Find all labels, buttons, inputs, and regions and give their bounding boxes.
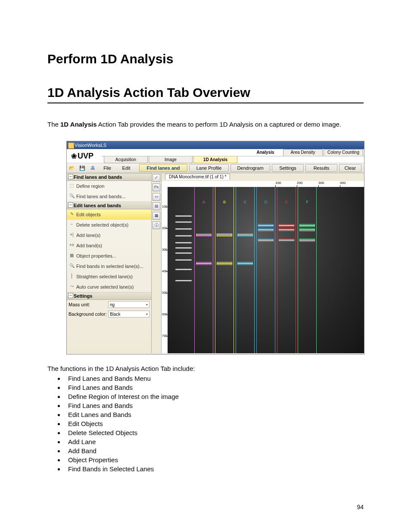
list-item: Find Lanes and Bands	[65, 402, 364, 409]
sidebar-edit-objects[interactable]: ✎Edit objects	[67, 209, 151, 220]
results-button[interactable]: Results	[305, 164, 337, 172]
brand-logo: ❀UVP	[67, 149, 101, 163]
tool-split[interactable]: ▤	[153, 202, 160, 210]
tool-info[interactable]: ⓘ	[153, 221, 160, 229]
sidebar-delete-selected[interactable]: −Delete selected object(s)	[67, 220, 151, 230]
plus-lane-icon: +|	[69, 232, 75, 238]
gel-lane[interactable]: E	[277, 187, 296, 353]
list-item: Define Region of Interest on the image	[65, 393, 364, 400]
image-tab[interactable]: DNA Monochrome.tif (1 of 1) *	[165, 174, 230, 180]
lane-label: F	[306, 200, 308, 204]
straighten-icon: ⎮	[69, 274, 75, 279]
tool-window[interactable]: ▭	[153, 193, 160, 201]
list-item: Edit Objects	[65, 420, 364, 427]
mass-unit-label: Mass unit:	[68, 302, 108, 307]
ruler-tick: 100	[275, 181, 281, 185]
tab-area-density[interactable]: Area Density	[283, 149, 323, 156]
search-icon: 🔍	[69, 193, 75, 199]
intro-bold: 1D Analysis	[60, 121, 97, 128]
ruler-vtick: 500	[162, 291, 167, 294]
brand-icon: ❀	[71, 152, 77, 160]
ruler-tick: 200	[297, 181, 302, 185]
section-find-lanes[interactable]: Find lanes and bands	[67, 173, 151, 181]
list-item: Add Band	[65, 447, 364, 454]
minus-icon: −	[69, 222, 75, 227]
ruler-vtick: 300	[162, 248, 167, 251]
ruler-vtick: 100	[162, 205, 167, 208]
setting-bg-color: Background color: Black	[67, 309, 151, 319]
functions-list: Find Lanes and Bands MenuFind Lanes and …	[65, 375, 364, 473]
list-item: Edit Lanes and Bands	[65, 411, 364, 418]
tab-image[interactable]: Image	[149, 156, 193, 163]
section-edit-lanes[interactable]: Edit lanes and bands	[67, 202, 151, 209]
ruler-horizontal: 100 200 300 400	[162, 181, 364, 187]
setting-mass-unit: Mass unit: ng	[67, 300, 151, 309]
find-lanes-button[interactable]: Find lanes and bands	[139, 164, 187, 172]
bg-color-label: Background color:	[68, 311, 108, 317]
intro-paragraph: The 1D Analysis Action Tab provides the …	[47, 121, 364, 128]
ruler-vtick: 400	[162, 270, 167, 273]
bg-color-select[interactable]: Black	[108, 311, 149, 317]
clear-button[interactable]: Clear	[339, 164, 361, 172]
sidebar-add-lane[interactable]: +|Add lane(s)	[67, 230, 151, 240]
lane-label: E	[285, 200, 288, 204]
cursor-icon: ⬚	[69, 183, 75, 189]
gel-lane[interactable]: B	[215, 187, 234, 353]
tab-colony-counting[interactable]: Colony Counting	[324, 149, 363, 156]
gel-lane[interactable]: D	[256, 187, 275, 353]
tab-acquisition[interactable]: Acquisition	[104, 156, 148, 163]
settings-button[interactable]: Settings	[272, 164, 304, 172]
gel-image[interactable]: ABCDEF	[168, 187, 364, 353]
tool-px[interactable]: Px	[153, 184, 160, 191]
list-item: Find Lanes and Bands	[65, 384, 364, 391]
brand-row: ❀UVP Analysis Area Density Colony Counti…	[67, 149, 364, 163]
brand-text: UVP	[78, 152, 93, 161]
gel-lane[interactable]: A	[194, 187, 213, 353]
properties-icon: ▦	[69, 253, 75, 258]
section-title: 1D Analysis Action Tab Overview	[47, 85, 364, 103]
tab-row-main: Acquisition Image 1D Analysis	[101, 156, 364, 163]
tool-view[interactable]: ▦	[153, 212, 160, 220]
sidebar-find-bands-in-lane[interactable]: 🔍Find bands in selected lane(s)...	[67, 261, 151, 271]
sidebar-straighten-lane[interactable]: ⎮Straighten selected lane(s)	[67, 271, 151, 282]
app-screenshot: VisionWorksLS ❀UVP Analysis Area Density…	[66, 141, 364, 355]
menu-edit[interactable]: Edit	[117, 165, 136, 171]
sidebar-define-region[interactable]: ⬚Define region	[67, 181, 151, 191]
section-settings[interactable]: Settings	[67, 292, 151, 300]
analysis-group-label: Analysis	[250, 149, 280, 156]
search-lane-icon: 🔍	[69, 263, 75, 269]
toolbar: 📂 💾 🖶 File Edit Find lanes and bands Lan…	[67, 163, 364, 173]
ruler-tick: 400	[340, 181, 346, 185]
gel-lane[interactable]: C	[236, 187, 255, 353]
list-item: Object Properties	[65, 456, 364, 464]
ruler-vtick: 600	[162, 313, 167, 316]
sidebar-auto-curve[interactable]: ⤳Auto curve selected lane(s)	[67, 282, 151, 292]
lane-label: B	[223, 200, 226, 204]
sidebar-find-lanes[interactable]: 🔍Find lanes and bands...	[67, 191, 151, 202]
page-number: 94	[357, 504, 364, 510]
lane-profile-button[interactable]: Lane Profile	[189, 164, 229, 172]
ruler-vtick: 700	[162, 334, 167, 337]
side-panel: Find lanes and bands ⬚Define region 🔍Fin…	[67, 173, 152, 353]
list-item: Delete Selected Objects	[65, 429, 364, 436]
intro-post: Action Tab provides the means to perform…	[97, 121, 342, 128]
list-item: Find Lanes and Bands Menu	[65, 375, 364, 382]
open-icon[interactable]: 📂	[67, 165, 77, 171]
tool-strip: ⤢ Px ▭ ▤ ▦ ⓘ	[152, 173, 162, 353]
intro-pre: The	[47, 121, 60, 128]
ruler-vertical: 100 200 300 400 500 600 700	[162, 187, 168, 353]
save-icon[interactable]: 💾	[77, 165, 87, 171]
menu-file[interactable]: File	[98, 165, 117, 171]
tab-1d-analysis[interactable]: 1D Analysis	[193, 156, 237, 163]
mass-unit-select[interactable]: ng	[108, 301, 149, 308]
cursor-icon: ✎	[69, 212, 75, 217]
plus-band-icon: +≡	[69, 243, 75, 248]
sidebar-object-properties[interactable]: ▦Object properties...	[67, 251, 151, 261]
print-icon[interactable]: 🖶	[87, 165, 98, 171]
tool-zoom[interactable]: ⤢	[153, 174, 160, 182]
gel-lane[interactable]: F	[298, 187, 317, 353]
dendrogram-button[interactable]: Dendrogram	[230, 164, 270, 172]
curve-icon: ⤳	[69, 284, 75, 289]
sidebar-add-band[interactable]: +≡Add band(s)	[67, 240, 151, 251]
image-area: DNA Monochrome.tif (1 of 1) * 100 200 30…	[162, 173, 364, 353]
